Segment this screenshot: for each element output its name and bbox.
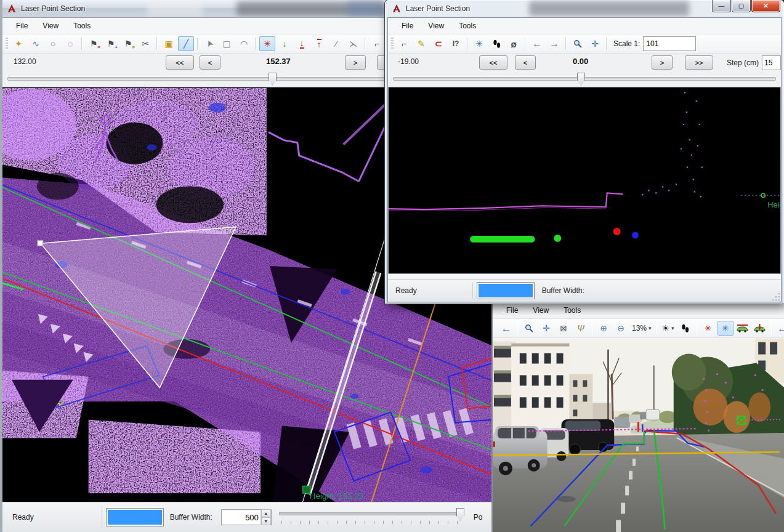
add-polyline-button[interactable]: ∿ xyxy=(28,36,44,51)
spin-up-button[interactable]: ▲ xyxy=(261,509,271,517)
zoom-scale-button[interactable] xyxy=(570,36,586,51)
zoom-area-button[interactable]: ⊠ xyxy=(556,321,572,336)
add-polygon-button[interactable]: ○ xyxy=(45,36,61,51)
buffer-slider[interactable] xyxy=(279,502,470,532)
back-button[interactable]: < xyxy=(515,55,536,70)
cursor-icon: ➤ xyxy=(204,39,215,49)
menu-tools[interactable]: Tools xyxy=(451,19,483,33)
fast-back-button[interactable]: << xyxy=(166,55,194,70)
separator xyxy=(197,38,198,50)
fit-view-button[interactable]: ✛ xyxy=(538,321,554,336)
menu-tools[interactable]: Tools xyxy=(66,19,98,33)
blue-points-button[interactable]: ✳ xyxy=(471,36,487,51)
close-button[interactable]: ✕ xyxy=(751,0,780,12)
drop-point-button[interactable]: ↓ xyxy=(277,36,293,51)
cut-button[interactable]: ✂ xyxy=(137,36,153,51)
magnifier-icon xyxy=(525,324,534,333)
flag-icon: ⚑ xyxy=(90,39,98,48)
zoom-in-button[interactable]: ⊕ xyxy=(596,321,612,336)
profile-corner-icon: ⌐ xyxy=(374,39,379,48)
back-button[interactable]: ← xyxy=(529,36,545,51)
zoom-out-button[interactable]: ⊖ xyxy=(613,321,629,336)
tape-measure-button[interactable]: ▣ xyxy=(161,36,177,51)
buffer-slider-thumb[interactable] xyxy=(456,508,464,521)
menu-file[interactable]: File xyxy=(394,19,421,33)
fast-forward-button[interactable]: >> xyxy=(685,55,713,70)
hide-button[interactable]: ø xyxy=(506,36,522,51)
select-cursor-button[interactable]: ➤ xyxy=(201,36,217,51)
brightness-dropdown[interactable]: ☀▾ xyxy=(660,321,676,336)
forward-button[interactable]: > xyxy=(652,55,673,70)
step-input[interactable] xyxy=(762,55,781,70)
maximize-button[interactable]: ▢ xyxy=(732,0,751,12)
fit-view-button[interactable]: ✛ xyxy=(587,36,603,51)
previous-image-button[interactable]: ← xyxy=(775,321,784,336)
car-height-button[interactable] xyxy=(752,321,768,336)
car-filter-button[interactable] xyxy=(735,321,751,336)
menu-file[interactable]: File xyxy=(499,304,525,317)
flag-number-button[interactable]: ⚑# xyxy=(120,36,136,51)
add-circle-button[interactable]: ◌ xyxy=(62,36,78,51)
street-photo-view[interactable] xyxy=(493,338,784,532)
vertex-tool-b-button[interactable]: ⋋ xyxy=(346,36,362,51)
position-slider-thumb[interactable] xyxy=(577,73,585,86)
buffer-width-input[interactable] xyxy=(222,512,261,523)
menu-view[interactable]: View xyxy=(525,304,556,317)
ground-profile-line xyxy=(389,193,623,211)
menu-tools[interactable]: Tools xyxy=(556,304,588,317)
red-points-button[interactable]: ✳ xyxy=(259,36,275,51)
export-from-line-button[interactable]: ↑ xyxy=(311,36,327,51)
profile-section-button[interactable]: ⌐ xyxy=(369,36,385,51)
menu-view[interactable]: View xyxy=(421,19,451,33)
zoom-scale-button[interactable] xyxy=(521,321,537,336)
spin-down-button[interactable]: ▼ xyxy=(261,517,271,525)
lasso-select-button[interactable]: ◠ xyxy=(236,36,252,51)
profile-section-button[interactable]: ⌐ xyxy=(396,36,412,51)
measure-info-button[interactable]: I? xyxy=(448,36,464,51)
import-to-line-button[interactable]: ↓ xyxy=(294,36,310,51)
cross-section-view[interactable]: Heig xyxy=(388,87,781,274)
blue-points-button[interactable]: ✳ xyxy=(717,321,733,336)
back-button[interactable]: ← xyxy=(498,321,514,336)
back-button[interactable]: < xyxy=(200,55,220,70)
scale-input[interactable] xyxy=(643,36,696,51)
toolbar-grip[interactable] xyxy=(391,38,394,50)
hand-icon: Ψ xyxy=(577,324,584,332)
toolbar-grip[interactable] xyxy=(6,38,8,50)
menu-view[interactable]: View xyxy=(35,19,66,33)
position-slider-thumb[interactable] xyxy=(269,73,277,86)
draw-button[interactable]: ✎ xyxy=(413,36,429,51)
section-position-slider-row xyxy=(388,71,781,87)
red-down-arrow-icon: ↓ xyxy=(300,39,304,49)
vertex-tool-a-button[interactable]: ∕ xyxy=(328,36,344,51)
forward-button[interactable]: → xyxy=(546,36,562,51)
footprints-button[interactable] xyxy=(488,36,504,51)
node-tool-icon: ⋋ xyxy=(349,39,358,48)
footprints-button[interactable] xyxy=(677,321,693,336)
menu-file[interactable]: File xyxy=(9,19,35,33)
forward-button[interactable]: > xyxy=(345,55,366,70)
back-arrow-icon: ← xyxy=(501,323,512,334)
minimize-button[interactable]: — xyxy=(712,0,731,12)
flag-delete-button[interactable]: ⚑× xyxy=(86,36,102,51)
pan-button[interactable]: Ψ xyxy=(573,321,589,336)
fast-back-button[interactable]: << xyxy=(479,55,507,70)
separator xyxy=(606,38,607,50)
buffer-slider-track[interactable] xyxy=(279,512,464,515)
buffer-color-swatch[interactable] xyxy=(477,282,535,299)
snap-button[interactable]: ⊂ xyxy=(430,36,447,51)
add-point-button[interactable]: ✦ xyxy=(10,36,26,51)
resize-grip[interactable] xyxy=(771,292,780,300)
status-ready: Ready xyxy=(395,286,417,295)
chevron-down-icon: ▾ xyxy=(671,326,674,331)
separator xyxy=(156,38,158,50)
ruler-button[interactable]: ╱ xyxy=(178,36,194,51)
buffer-color-swatch[interactable] xyxy=(106,508,164,526)
rect-select-button[interactable]: ▢ xyxy=(219,36,235,51)
red-points-button[interactable]: ✳ xyxy=(700,321,716,336)
buffer-width-spinner[interactable]: ▲▼ xyxy=(221,509,272,525)
zoom-level-dropdown[interactable]: 13% ▾ xyxy=(629,324,654,332)
flag-add-button[interactable]: ⚑+ xyxy=(103,36,119,51)
window-title: Laser Point Section xyxy=(406,4,470,13)
title-bar[interactable]: Laser Point Section — ▢ ✕ xyxy=(387,0,782,17)
